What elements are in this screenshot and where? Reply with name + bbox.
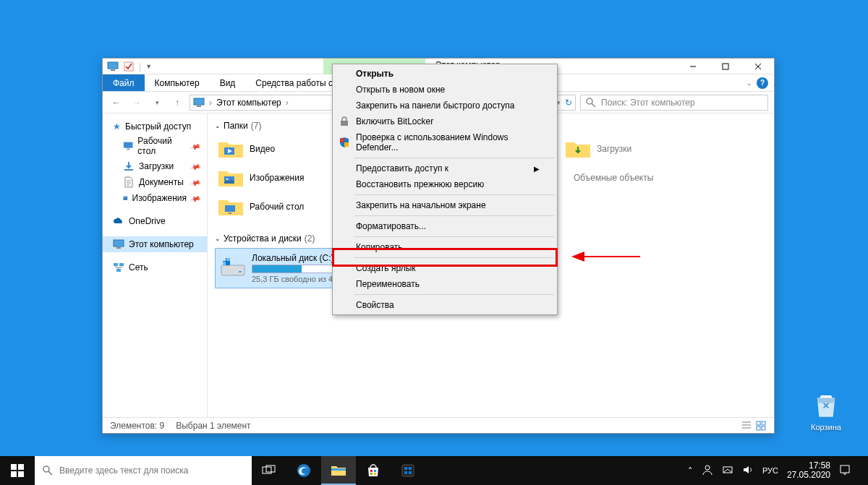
breadcrumb-sep: › xyxy=(209,98,212,108)
separator xyxy=(354,294,554,295)
ctx-properties[interactable]: Свойства xyxy=(334,297,556,313)
chevron-down-icon: ⌄ xyxy=(215,235,221,242)
breadcrumb-sep: › xyxy=(286,98,289,108)
svg-rect-16 xyxy=(114,263,118,266)
recycle-bin[interactable]: Корзина xyxy=(804,390,848,432)
svg-rect-62 xyxy=(841,465,849,473)
ctx-open-new-window[interactable]: Открыть в новом окне xyxy=(334,82,556,98)
svg-rect-50 xyxy=(331,468,346,471)
folder-icon xyxy=(565,138,591,160)
pin-icon: 📌 xyxy=(190,176,201,188)
ctx-restore-version[interactable]: Восстановить прежнюю версию xyxy=(334,176,556,192)
task-view-button[interactable] xyxy=(252,456,286,485)
svg-rect-41 xyxy=(11,464,17,470)
download-icon xyxy=(123,160,135,172)
svg-rect-24 xyxy=(229,213,231,214)
tab-file[interactable]: Файл xyxy=(103,74,145,91)
nav-quick-access[interactable]: ★Быстрый доступ xyxy=(103,119,207,134)
svg-rect-43 xyxy=(11,471,17,477)
svg-point-45 xyxy=(43,466,49,472)
search-placeholder: Поиск: Этот компьютер xyxy=(601,98,695,108)
nav-network[interactable]: Сеть xyxy=(103,259,207,275)
people-icon[interactable] xyxy=(702,464,713,478)
search-icon xyxy=(585,97,597,108)
tray-clock[interactable]: 17:58 27.05.2020 xyxy=(787,461,830,480)
network-icon[interactable] xyxy=(722,464,733,478)
svg-rect-11 xyxy=(124,169,133,171)
view-large-icons-button[interactable] xyxy=(755,420,767,432)
help-button[interactable]: ? xyxy=(757,77,768,89)
store-button[interactable] xyxy=(356,456,391,485)
svg-rect-5 xyxy=(194,98,204,105)
qat-dropdown-icon[interactable]: ▼ xyxy=(145,63,152,70)
svg-rect-15 xyxy=(116,247,121,249)
svg-rect-4 xyxy=(723,64,728,69)
annotation-arrow xyxy=(571,249,644,266)
taskbar-search[interactable]: Введите здесь текст для поиска xyxy=(35,456,252,485)
maximize-button[interactable] xyxy=(709,59,741,74)
nav-desktop[interactable]: Рабочий стол📌 xyxy=(103,134,207,158)
nav-recent-dropdown[interactable]: ▾ xyxy=(149,95,165,111)
close-button[interactable] xyxy=(741,59,774,74)
document-icon xyxy=(123,176,135,188)
edge-button[interactable] xyxy=(286,456,321,485)
search-input[interactable]: Поиск: Этот компьютер xyxy=(580,95,768,111)
breadcrumb-this-pc[interactable]: Этот компьютер xyxy=(216,98,281,108)
svg-rect-23 xyxy=(225,205,235,212)
refresh-button[interactable]: ↻ xyxy=(565,98,572,108)
ctx-copy[interactable]: Копировать xyxy=(334,239,556,255)
ctx-pin-start[interactable]: Закрепить на начальном экране xyxy=(334,197,556,213)
ctx-open[interactable]: Открыть xyxy=(334,66,556,82)
volume-icon[interactable] xyxy=(742,464,754,478)
search-icon xyxy=(42,465,54,476)
ctx-create-shortcut[interactable]: Создать ярлык xyxy=(334,260,556,276)
ribbon-expand-icon[interactable]: ⌄ xyxy=(746,80,752,87)
submenu-arrow-icon: ▶ xyxy=(534,165,540,173)
nav-label: Изображения xyxy=(132,193,187,203)
ctx-format[interactable]: Форматировать... xyxy=(334,218,556,234)
nav-downloads[interactable]: Загрузки📌 xyxy=(103,158,207,174)
minimize-button[interactable] xyxy=(676,59,709,74)
nav-pictures[interactable]: Изображения📌 xyxy=(103,190,207,206)
nav-documents[interactable]: Документы📌 xyxy=(103,174,207,190)
tab-view[interactable]: Вид xyxy=(210,74,246,91)
svg-rect-51 xyxy=(370,470,373,472)
nav-this-pc[interactable]: Этот компьютер xyxy=(103,236,207,252)
view-details-button[interactable] xyxy=(741,420,752,432)
svg-rect-57 xyxy=(409,467,412,470)
quick-access-checkbox-icon[interactable] xyxy=(123,61,135,72)
svg-rect-42 xyxy=(18,464,24,470)
tray-expand-icon[interactable]: ˄ xyxy=(688,465,693,476)
explorer-button[interactable] xyxy=(321,456,356,485)
group-label: Устройства и диски xyxy=(224,233,302,244)
status-item-count: Элементов: 9 xyxy=(110,421,164,431)
tray-lang[interactable]: РУС xyxy=(762,466,778,475)
nav-back-button[interactable]: ← xyxy=(109,95,124,111)
nav-onedrive[interactable]: OneDrive xyxy=(103,213,207,229)
notifications-icon[interactable] xyxy=(839,464,851,478)
star-icon: ★ xyxy=(113,121,121,132)
pin-icon: 📌 xyxy=(190,140,201,152)
start-button[interactable] xyxy=(0,456,35,485)
nav-up-button[interactable]: ↑ xyxy=(169,95,185,111)
svg-rect-53 xyxy=(370,473,373,475)
svg-rect-58 xyxy=(404,471,407,474)
ctx-pin-quick-access[interactable]: Закрепить на панели быстрого доступа xyxy=(334,98,556,113)
folder-downloads[interactable]: Загрузки xyxy=(562,135,728,163)
ctx-defender-scan[interactable]: Проверка с использованием Windows Defend… xyxy=(334,129,556,155)
svg-line-46 xyxy=(48,471,52,475)
folder-3d-objects[interactable]: Объемные объекты xyxy=(562,164,728,192)
nav-label: Рабочий стол xyxy=(137,136,187,156)
app-button[interactable] xyxy=(391,456,425,485)
folder-icon xyxy=(218,167,244,189)
tab-computer[interactable]: Компьютер xyxy=(145,74,210,91)
ctx-bitlocker[interactable]: Включить BitLocker xyxy=(334,113,556,129)
status-bar: Элементов: 9 Выбран 1 элемент xyxy=(103,417,774,433)
nav-forward-button[interactable]: → xyxy=(129,95,145,111)
svg-rect-56 xyxy=(404,467,407,470)
system-tray: ˄ РУС 17:58 27.05.2020 xyxy=(684,456,868,485)
folder-label: Рабочий стол xyxy=(250,202,304,212)
ctx-share[interactable]: Предоставить доступ к▶ xyxy=(334,160,556,176)
ctx-rename[interactable]: Переименовать xyxy=(334,276,556,292)
svg-rect-9 xyxy=(124,142,133,148)
